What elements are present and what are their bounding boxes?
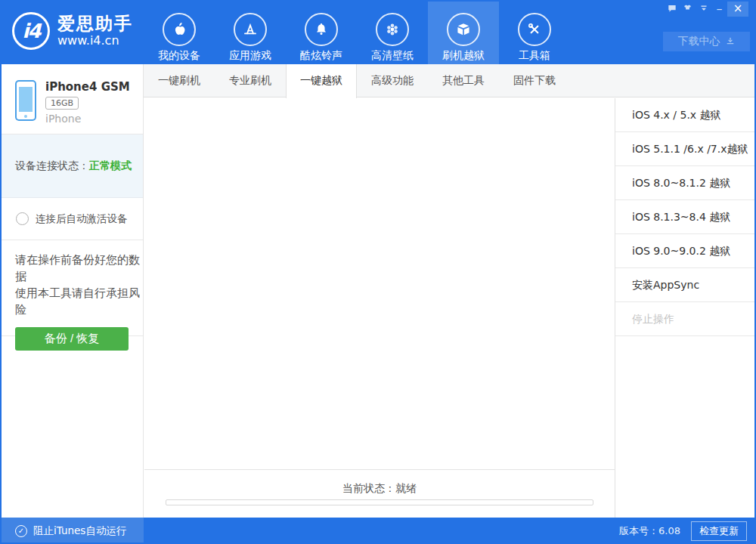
download-center-button[interactable]: 下载中心 [663, 32, 750, 51]
nav-item-ringtones[interactable]: 酷炫铃声 [286, 0, 357, 64]
progress-bar [166, 499, 593, 505]
device-sidebar: iPhone4 GSM 16GB iPhone 设备连接状态：正常模式 连接后自… [0, 64, 144, 518]
close-icon[interactable]: × [727, 0, 748, 17]
tab-advanced[interactable]: 高级功能 [357, 64, 428, 97]
header: i4 爱思助手 www.i4.cn 我的设备 应用游戏 [0, 0, 756, 64]
nav-item-apps-games[interactable]: 应用游戏 [215, 0, 286, 64]
nav-label: 应用游戏 [229, 49, 271, 63]
nav-item-flash-jailbreak[interactable]: 刷机越狱 [428, 0, 499, 64]
nav-item-wallpapers[interactable]: 高清壁纸 [357, 0, 428, 64]
box-icon [447, 13, 480, 46]
nav-label: 高清壁纸 [371, 49, 414, 63]
skin-icon[interactable] [680, 0, 696, 17]
app-logo: i4 爱思助手 www.i4.cn [12, 12, 133, 50]
menu-item-ios813-84[interactable]: iOS 8.1.3~8.4 越狱 [615, 200, 756, 234]
device-type: iPhone [45, 113, 130, 125]
warning-line-2: 使用本工具请自行承担风险 [15, 285, 143, 318]
tab-one-key-jailbreak[interactable]: 一键越狱 [286, 64, 357, 98]
block-itunes-option[interactable]: ✓ 阻止iTunes自动运行 [0, 518, 144, 544]
feedback-icon[interactable] [664, 0, 680, 17]
collapse-icon[interactable] [696, 0, 711, 17]
jailbreak-tabbar: 一键刷机 专业刷机 一键越狱 高级功能 其他工具 固件下载 [144, 64, 756, 97]
warning-line-1: 请在操作前备份好您的数据 [15, 252, 143, 285]
tab-firmware-download[interactable]: 固件下载 [499, 64, 570, 97]
check-update-button[interactable]: 检查更新 [691, 521, 747, 541]
block-itunes-label: 阻止iTunes自动运行 [33, 524, 126, 538]
tab-one-key-flash[interactable]: 一键刷机 [144, 64, 215, 97]
footer-bar: ✓ 阻止iTunes自动运行 版本号：6.08 检查更新 [0, 518, 756, 544]
main-nav: 我的设备 应用游戏 酷炫铃声 高清壁纸 [144, 0, 570, 64]
version-text: 版本号：6.08 [619, 524, 680, 538]
flower-icon [376, 13, 409, 46]
status-divider [144, 469, 615, 470]
menu-item-ios80-812[interactable]: iOS 8.0~8.1.2 越狱 [615, 166, 756, 200]
nav-item-toolbox[interactable]: 工具箱 [499, 0, 570, 64]
connection-status-label: 设备连接状态： [15, 159, 89, 173]
minimize-icon[interactable]: – [711, 0, 727, 17]
logo-i4-icon: i4 [12, 12, 50, 50]
menu-item-install-appsync[interactable]: 安装AppSync [615, 268, 756, 302]
check-circle-icon[interactable]: ✓ [15, 525, 27, 537]
menu-item-ios4-5[interactable]: iOS 4.x / 5.x 越狱 [615, 98, 756, 132]
connection-status-section: 设备连接状态：正常模式 [0, 134, 143, 198]
tab-pro-flash[interactable]: 专业刷机 [215, 64, 286, 97]
app-title: 爱思助手 [57, 14, 133, 33]
menu-item-ios90-902[interactable]: iOS 9.0~9.0.2 越狱 [615, 234, 756, 268]
menu-item-stop-operation[interactable]: 停止操作 [615, 302, 756, 336]
auto-activate-option[interactable]: 连接后自动激活设备 [0, 198, 143, 240]
tab-other-tools[interactable]: 其他工具 [428, 64, 499, 97]
jailbreak-menu: iOS 4.x / 5.x 越狱 iOS 5.1.1 /6.x /7.x越狱 i… [615, 98, 756, 518]
menu-item-ios511-6-7[interactable]: iOS 5.1.1 /6.x /7.x越狱 [615, 132, 756, 166]
nav-label: 工具箱 [519, 49, 550, 63]
nav-label: 酷炫铃声 [300, 49, 342, 63]
current-status-text: 当前状态：就绪 [144, 482, 615, 496]
download-center-label: 下载中心 [678, 35, 720, 48]
apple-icon [163, 13, 196, 46]
device-info-section: iPhone4 GSM 16GB iPhone [0, 64, 143, 134]
appstore-icon [234, 13, 267, 46]
device-capacity-badge: 16GB [45, 97, 79, 110]
app-url: www.i4.cn [57, 33, 133, 48]
nav-label: 我的设备 [158, 49, 200, 63]
nav-item-my-devices[interactable]: 我的设备 [144, 0, 215, 64]
connection-status-value: 正常模式 [89, 159, 132, 173]
auto-activate-radio[interactable] [16, 212, 29, 225]
backup-restore-button[interactable]: 备份 / 恢复 [15, 327, 129, 351]
warning-section: 请在操作前备份好您的数据 使用本工具请自行承担风险 备份 / 恢复 [0, 240, 143, 336]
device-name: iPhone4 GSM [45, 80, 130, 94]
titlebar-controls: – × [664, 0, 748, 17]
tools-icon [518, 13, 551, 46]
main-content: 当前状态：就绪 [144, 98, 615, 518]
app-window: i4 爱思助手 www.i4.cn 我的设备 应用游戏 [0, 0, 756, 544]
iphone-icon [15, 80, 36, 121]
auto-activate-label: 连接后自动激活设备 [36, 212, 128, 226]
nav-label: 刷机越狱 [442, 49, 485, 63]
bell-icon [305, 13, 338, 46]
download-icon [725, 36, 736, 47]
